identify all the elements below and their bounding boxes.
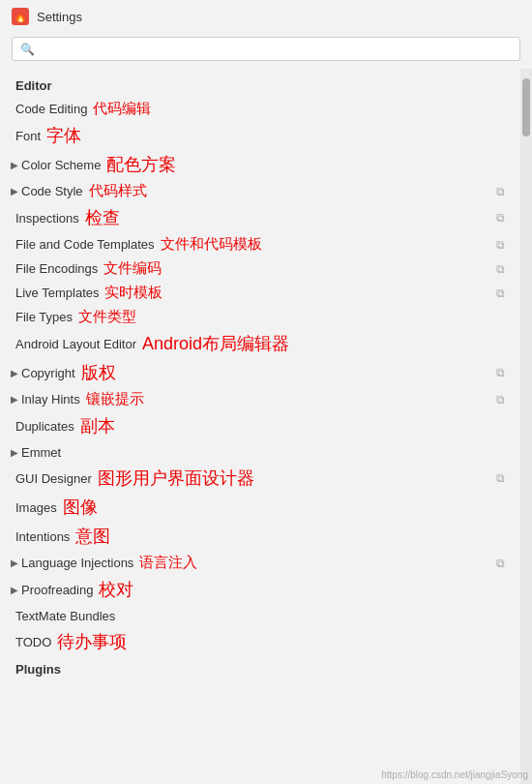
menu-item-todo[interactable]: TODO 待办事项 <box>0 627 513 656</box>
arrow-icon-code-style: ▶ <box>8 186 21 196</box>
label-en-file-types: File Types <box>15 310 73 324</box>
menu-item-color-scheme[interactable]: ▶ Color Scheme 配色方案 <box>0 150 513 179</box>
menu-item-code-editing[interactable]: Code Editing 代码编辑 <box>0 97 513 121</box>
menu-item-android-layout-editor[interactable]: Android Layout Editor Android布局编辑器 <box>0 329 513 358</box>
menu-item-intentions[interactable]: Intentions 意图 <box>0 522 513 551</box>
copy-icon-live-templates: ⧉ <box>496 286 505 300</box>
window-title: Settings <box>37 10 82 24</box>
copy-icon-inspections: ⧉ <box>496 211 505 225</box>
scrollbar[interactable] <box>520 69 532 784</box>
label-en-file-encodings: File Encodings <box>15 261 98 276</box>
arrow-icon-copyright: ▶ <box>8 368 21 378</box>
label-en-images: Images <box>15 500 57 515</box>
label-en-intentions: Intentions <box>15 529 70 544</box>
copy-icon-inlay-hints: ⧉ <box>496 393 505 407</box>
title-bar: 🔥 Settings <box>0 0 532 33</box>
label-cn-proofreading: 校对 <box>99 578 133 601</box>
label-cn-file-code-templates: 文件和代码模板 <box>161 235 262 254</box>
label-cn-font: 字体 <box>46 124 81 147</box>
menu-item-proofreading[interactable]: ▶ Proofreading 校对 <box>0 575 513 604</box>
label-en-copyright: Copyright <box>21 366 75 380</box>
label-en-gui-designer: GUI Designer <box>15 471 92 486</box>
sidebar: Editor Code Editing 代码编辑 Font 字体 ▶ Color… <box>0 69 520 784</box>
label-en-emmet: Emmet <box>21 445 61 460</box>
arrow-icon-proofreading: ▶ <box>8 585 21 595</box>
menu-item-file-types[interactable]: File Types 文件类型 <box>0 305 513 329</box>
copy-icon-gui-designer: ⧉ <box>496 471 505 485</box>
search-input[interactable] <box>41 42 512 56</box>
label-cn-code-editing: 代码编辑 <box>93 100 151 118</box>
label-en-code-style: Code Style <box>21 184 83 198</box>
arrow-icon-inlay-hints: ▶ <box>8 394 21 405</box>
label-cn-todo: 待办事项 <box>57 630 127 653</box>
copy-icon-copyright: ⧉ <box>496 366 505 379</box>
menu-item-textmate-bundles[interactable]: TextMate Bundles <box>0 604 513 627</box>
section-plugins: Plugins <box>0 656 513 680</box>
search-icon: 🔍 <box>20 43 35 56</box>
arrow-icon-emmet: ▶ <box>8 447 21 458</box>
label-cn-file-encodings: 文件编码 <box>103 259 162 278</box>
arrow-icon-language-injections: ▶ <box>8 558 21 568</box>
scrollbar-thumb[interactable] <box>522 78 530 136</box>
label-en-language-injections: Language Injections <box>21 556 133 570</box>
settings-window: 🔥 Settings 🔍 Editor Code Editing 代码编辑 Fo… <box>0 0 532 784</box>
section-editor: Editor <box>0 73 513 97</box>
menu-item-inspections[interactable]: Inspections 检查 ⧉ <box>0 203 513 232</box>
label-cn-code-style: 代码样式 <box>89 182 147 200</box>
menu-item-language-injections[interactable]: ▶ Language Injections 语言注入 ⧉ <box>0 551 513 575</box>
content-area: Editor Code Editing 代码编辑 Font 字体 ▶ Color… <box>0 69 532 784</box>
label-cn-android-layout-editor: Android布局编辑器 <box>142 332 289 355</box>
menu-item-file-encodings[interactable]: File Encodings 文件编码 ⧉ <box>0 256 513 281</box>
label-en-proofreading: Proofreading <box>21 583 93 597</box>
menu-item-live-templates[interactable]: Live Templates 实时模板 ⧉ <box>0 281 513 305</box>
label-cn-intentions: 意图 <box>75 525 110 548</box>
menu-item-inlay-hints[interactable]: ▶ Inlay Hints 镶嵌提示 ⧉ <box>0 387 513 411</box>
label-en-textmate-bundles: TextMate Bundles <box>15 609 115 623</box>
copy-icon-file-encodings: ⧉ <box>496 262 505 276</box>
label-en-android-layout-editor: Android Layout Editor <box>15 337 136 351</box>
label-cn-copyright: 版权 <box>81 361 116 384</box>
menu-item-copyright[interactable]: ▶ Copyright 版权 ⧉ <box>0 358 513 387</box>
label-en-inlay-hints: Inlay Hints <box>21 392 80 407</box>
menu-item-gui-designer[interactable]: GUI Designer 图形用户界面设计器 ⧉ <box>0 464 513 493</box>
arrow-icon-color-scheme: ▶ <box>8 160 21 170</box>
copy-icon-language-injections: ⧉ <box>496 557 505 570</box>
label-en-color-scheme: Color Scheme <box>21 158 101 172</box>
label-cn-inspections: 检查 <box>85 206 120 229</box>
label-cn-file-types: 文件类型 <box>78 308 136 326</box>
label-en-file-code-templates: File and Code Templates <box>15 237 155 252</box>
label-cn-language-injections: 语言注入 <box>139 554 197 572</box>
label-cn-live-templates: 实时模板 <box>104 284 163 302</box>
label-en-inspections: Inspections <box>15 211 79 226</box>
label-en-duplicates: Duplicates <box>15 419 74 434</box>
watermark: https://blog.csdn.net/jiangjiaSyong <box>381 769 528 780</box>
menu-item-font[interactable]: Font 字体 <box>0 121 513 150</box>
copy-icon-file-code-templates: ⧉ <box>496 238 505 252</box>
label-cn-duplicates: 副本 <box>80 414 115 437</box>
label-en-code-editing: Code Editing <box>15 102 87 116</box>
label-cn-images: 图像 <box>63 496 98 519</box>
search-bar: 🔍 <box>0 33 532 69</box>
menu-item-images[interactable]: Images 图像 <box>0 493 513 522</box>
label-en-font: Font <box>15 129 41 143</box>
search-wrapper[interactable]: 🔍 <box>12 37 520 61</box>
label-cn-color-scheme: 配色方案 <box>106 153 176 176</box>
menu-item-code-style[interactable]: ▶ Code Style 代码样式 ⧉ <box>0 179 513 203</box>
menu-item-duplicates[interactable]: Duplicates 副本 <box>0 411 513 440</box>
copy-icon-code-style: ⧉ <box>496 185 505 198</box>
label-en-todo: TODO <box>15 635 51 649</box>
menu-item-file-code-templates[interactable]: File and Code Templates 文件和代码模板 ⧉ <box>0 232 513 256</box>
app-icon: 🔥 <box>12 8 29 25</box>
menu-item-emmet[interactable]: ▶ Emmet <box>0 440 513 464</box>
label-cn-gui-designer: 图形用户界面设计器 <box>98 467 254 490</box>
label-en-live-templates: Live Templates <box>15 286 99 300</box>
label-cn-inlay-hints: 镶嵌提示 <box>86 390 144 408</box>
